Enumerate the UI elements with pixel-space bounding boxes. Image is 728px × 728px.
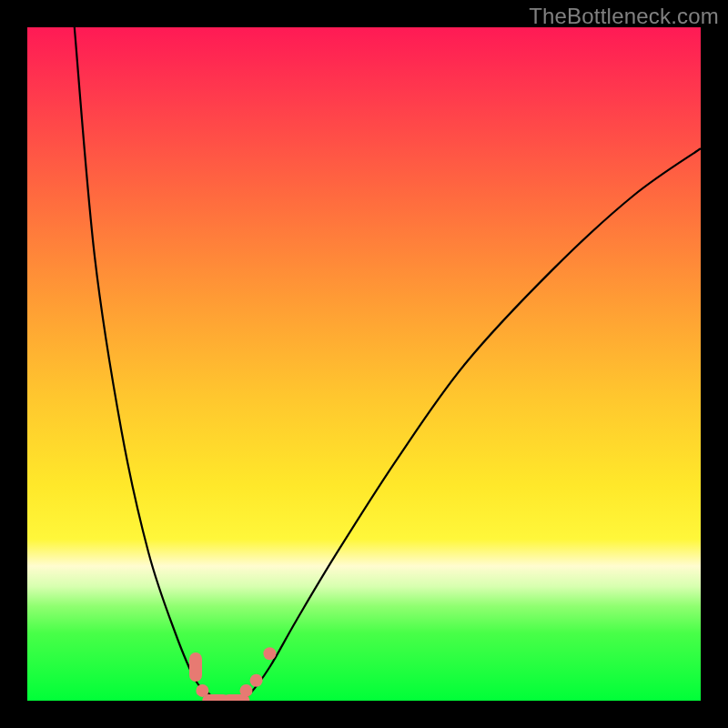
chart-plot-area (27, 27, 701, 701)
watermark-text: TheBottleneck.com (529, 4, 719, 29)
